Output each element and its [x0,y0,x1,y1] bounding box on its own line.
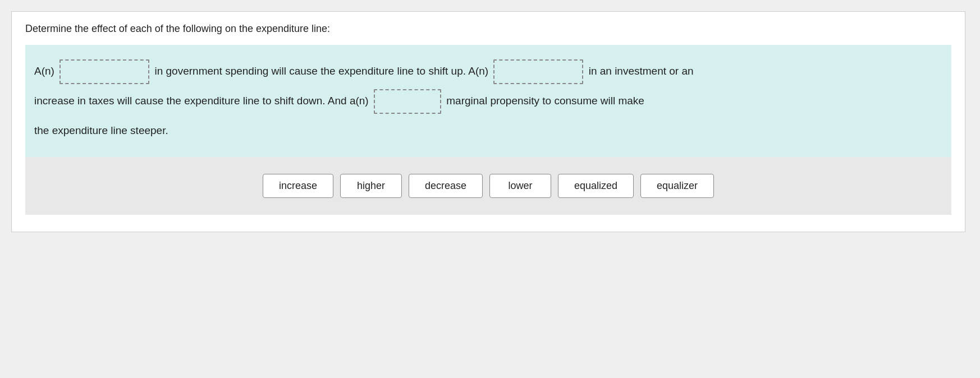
answer-bank: increase higher decrease lower equalized… [25,157,951,215]
line3: the expenditure line steeper. [34,125,168,136]
line1-prefix: A(n) [34,65,54,77]
line1-suffix: in an investment or an [589,65,694,77]
drop-box-1[interactable] [59,59,149,84]
line1-middle: in government spending will cause the ex… [154,65,488,77]
word-tile-higher[interactable]: higher [340,174,402,198]
word-tile-decrease[interactable]: decrease [409,174,483,198]
word-tile-lower[interactable]: lower [489,174,551,198]
line2-prefix: increase in taxes will cause the expendi… [34,95,369,107]
drop-box-2[interactable] [493,59,583,84]
question-title: Determine the effect of each of the foll… [25,23,951,35]
word-tile-increase[interactable]: increase [263,174,333,198]
word-tile-equalizer[interactable]: equalizer [640,174,714,198]
drop-box-3[interactable] [374,89,441,114]
line2-suffix: marginal propensity to consume will make [446,95,644,107]
text-area: A(n) in government spending will cause t… [25,45,951,157]
page-container: Determine the effect of each of the foll… [11,11,965,232]
word-tile-equalized[interactable]: equalized [558,174,634,198]
